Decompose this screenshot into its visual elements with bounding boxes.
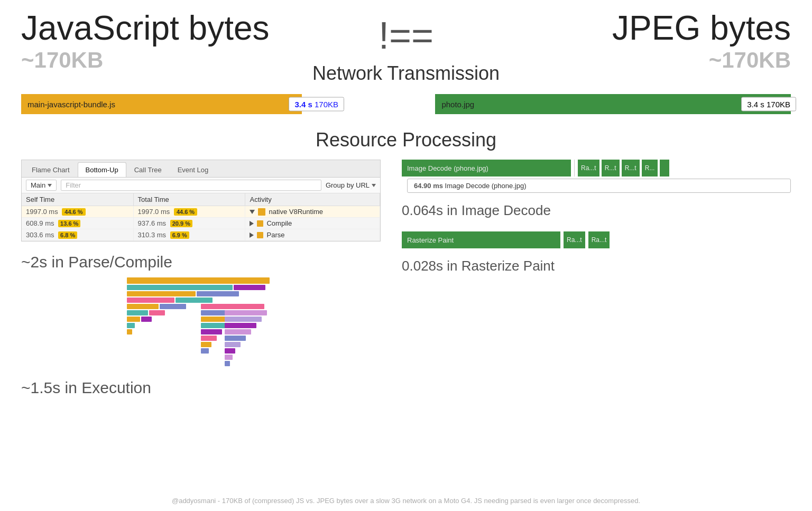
- svg-rect-23: [225, 310, 267, 315]
- main-chevron-icon: [48, 184, 52, 187]
- total-time-1: 1997.0 ms 44.6 %: [133, 206, 245, 218]
- image-decode-label: Image Decode (phone.jpg): [407, 164, 488, 172]
- r-bar-3: R...: [642, 160, 658, 176]
- col-activity: Activity: [245, 193, 380, 206]
- ra-bar-1: Ra...t: [578, 160, 599, 176]
- js-bar: main-javascript-bundle.js 3.4 s 170KB: [21, 94, 302, 114]
- tooltip-label: Image Decode (phone.jpg): [445, 182, 527, 190]
- expand-icon[interactable]: [250, 221, 254, 226]
- jpeg-header: JPEG bytes ~170KB: [521, 10, 791, 73]
- table-row: 608.9 ms 13.6 % 937.6 ms 20.9 % Compile: [22, 218, 380, 229]
- image-decode-section: Image Decode (phone.jpg) Ra...t R...t R.…: [402, 160, 791, 193]
- js-filename: main-javascript-bundle.js: [27, 100, 115, 109]
- activity-name: Parse: [266, 231, 284, 239]
- main-content: Flame Chart Bottom-Up Call Tree Event Lo…: [21, 160, 791, 403]
- table-row: 303.6 ms 6.8 % 310.3 ms 6.9 % Parse: [22, 229, 380, 241]
- group-label: Group by URL: [326, 181, 370, 189]
- self-time-3: 303.6 ms 6.8 %: [22, 229, 133, 241]
- rast-bar-1: Ra...t: [564, 231, 585, 248]
- svg-rect-29: [225, 348, 235, 354]
- jpeg-size: ~170KB: [521, 48, 791, 73]
- jpg-net-size: 170KB: [767, 100, 790, 109]
- jpg-bar-container: photo.jpg 3.4 s 170KB: [417, 94, 791, 114]
- image-decode-desc: 0.064s in Image Decode: [402, 202, 791, 219]
- svg-rect-6: [176, 298, 213, 303]
- folder-icon: [257, 220, 263, 227]
- svg-rect-9: [127, 310, 148, 315]
- devtools-panel: Flame Chart Bottom-Up Call Tree Event Lo…: [21, 160, 381, 241]
- tab-flame-chart[interactable]: Flame Chart: [24, 162, 78, 177]
- svg-rect-28: [225, 342, 241, 347]
- network-label: Network Transmission: [312, 62, 500, 85]
- image-decode-main-bar: Image Decode (phone.jpg): [402, 160, 571, 176]
- js-time: 3.4 s: [294, 100, 312, 109]
- flame-chart-container: [21, 277, 381, 367]
- svg-rect-19: [201, 329, 222, 335]
- rast-bar-2: Ra...t: [588, 231, 610, 248]
- svg-rect-24: [225, 317, 262, 322]
- js-title: JavaScript bytes: [21, 10, 291, 47]
- tab-event-log[interactable]: Event Log: [170, 162, 217, 177]
- svg-rect-4: [197, 291, 239, 296]
- execution-label: ~1.5s in Execution: [21, 379, 381, 397]
- self-time-1: 1997.0 ms 44.6 %: [22, 206, 133, 218]
- rasterize-main-bar: Rasterize Paint: [402, 231, 560, 248]
- comparison-center: !== Network Transmission: [291, 10, 521, 85]
- svg-rect-3: [127, 291, 196, 296]
- group-selector[interactable]: Group by URL: [326, 181, 376, 189]
- activity-2: Compile: [245, 218, 380, 229]
- svg-rect-27: [225, 336, 246, 341]
- jpg-bar: photo.jpg 3.4 s 170KB: [435, 94, 791, 114]
- svg-rect-26: [225, 329, 251, 335]
- main-selector[interactable]: Main: [26, 180, 57, 191]
- svg-rect-30: [225, 355, 233, 360]
- svg-rect-31: [225, 361, 230, 366]
- image-decode-bars: Image Decode (phone.jpg) Ra...t R...t R.…: [402, 160, 791, 176]
- r-bar-4: [660, 160, 669, 176]
- svg-rect-2: [234, 285, 265, 290]
- rasterize-bars: Rasterize Paint Ra...t Ra...t: [402, 231, 791, 248]
- jpg-filename: photo.jpg: [441, 100, 474, 109]
- svg-rect-5: [127, 298, 174, 303]
- svg-rect-15: [201, 304, 264, 309]
- activity-3: Parse: [245, 229, 380, 241]
- tooltip-ms: 64.90 ms: [414, 182, 443, 190]
- svg-rect-7: [127, 304, 159, 309]
- parse-compile-label: ~2s in Parse/Compile: [21, 253, 381, 271]
- tab-bottom-up[interactable]: Bottom-Up: [78, 162, 126, 177]
- r-bar-2: R...t: [622, 160, 640, 176]
- activity-name: native V8Runtime: [269, 208, 323, 216]
- svg-rect-22: [201, 348, 209, 354]
- jpeg-title: JPEG bytes: [521, 10, 791, 47]
- svg-rect-0: [127, 277, 270, 284]
- group-chevron-icon: [372, 184, 376, 187]
- folder-icon: [258, 208, 265, 216]
- svg-rect-25: [225, 323, 256, 328]
- decode-tooltip: 64.90 ms Image Decode (phone.jpg): [407, 179, 791, 193]
- filter-input[interactable]: Filter: [61, 180, 321, 191]
- divider: [574, 160, 575, 176]
- col-self-time: Self Time: [22, 193, 133, 206]
- resource-label: Resource Processing: [0, 129, 812, 151]
- svg-rect-21: [201, 342, 211, 347]
- self-time-2: 608.9 ms 13.6 %: [22, 218, 133, 229]
- js-size: ~170KB: [21, 48, 291, 73]
- main-label: Main: [31, 181, 45, 189]
- svg-rect-8: [160, 304, 186, 309]
- rasterize-desc: 0.028s in Rasterize Paint: [402, 258, 791, 274]
- svg-rect-10: [149, 310, 165, 315]
- bottom-up-table: Self Time Total Time Activity 1997.0 ms …: [22, 193, 380, 241]
- rasterize-label: Rasterize Paint: [407, 236, 454, 244]
- js-net-size: 170KB: [315, 100, 338, 109]
- tab-call-tree[interactable]: Call Tree: [126, 162, 170, 177]
- not-equal-sign: !==: [312, 14, 500, 57]
- svg-rect-13: [127, 323, 135, 328]
- flame-chart-svg: [127, 277, 275, 367]
- jpg-time: 3.4 s: [747, 100, 764, 109]
- network-section: main-javascript-bundle.js 3.4 s 170KB ph…: [21, 94, 791, 114]
- right-panel: Image Decode (phone.jpg) Ra...t R...t R.…: [402, 160, 791, 403]
- expand-icon[interactable]: [250, 210, 255, 214]
- svg-rect-11: [127, 317, 140, 322]
- r-bar-1: R...t: [602, 160, 620, 176]
- expand-icon[interactable]: [250, 233, 254, 238]
